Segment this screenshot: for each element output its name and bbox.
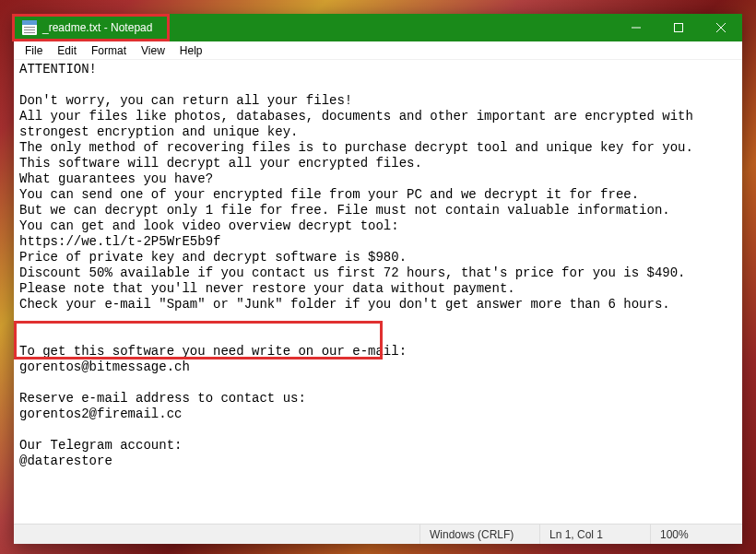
text-editor[interactable]: ATTENTION! Don't worry, you can return a… (14, 60, 742, 524)
menubar: File Edit Format View Help (14, 41, 742, 60)
maximize-button[interactable] (657, 14, 700, 41)
status-encoding: Windows (CRLF) (419, 525, 539, 544)
status-spacer (14, 525, 419, 544)
menu-view[interactable]: View (134, 42, 172, 59)
close-button[interactable] (700, 14, 742, 41)
menu-format[interactable]: Format (84, 42, 134, 59)
maximize-icon (674, 23, 683, 32)
notepad-window: _readme.txt - Notepad File Edit Format V… (14, 14, 742, 544)
svg-rect-1 (675, 24, 683, 32)
status-position: Ln 1, Col 1 (539, 525, 650, 544)
minimize-icon (632, 23, 641, 32)
email-highlight-box (14, 321, 383, 360)
notepad-icon (22, 20, 37, 35)
menu-file[interactable]: File (18, 42, 50, 59)
minimize-button[interactable] (615, 14, 657, 41)
window-title: _readme.txt - Notepad (42, 21, 163, 34)
titlebar[interactable]: _readme.txt - Notepad (14, 14, 742, 41)
menu-edit[interactable]: Edit (50, 42, 84, 59)
status-zoom: 100% (650, 525, 742, 544)
close-icon (716, 23, 726, 32)
statusbar: Windows (CRLF) Ln 1, Col 1 100% (14, 524, 742, 544)
window-controls (615, 14, 742, 41)
title-highlight-box: _readme.txt - Notepad (12, 14, 170, 41)
menu-help[interactable]: Help (172, 42, 210, 59)
